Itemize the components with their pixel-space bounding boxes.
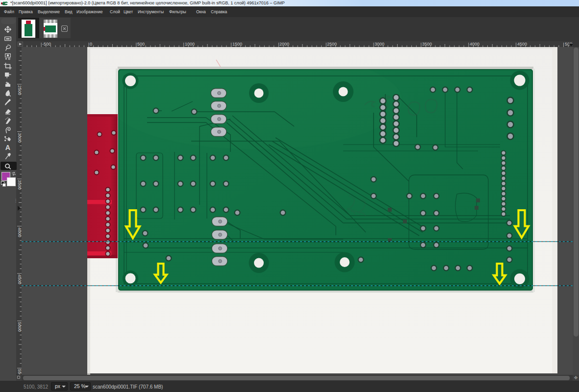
svg-text:-500: -500 <box>42 42 51 47</box>
svg-text:1000: 1000 <box>185 42 195 47</box>
svg-text:500: 500 <box>137 42 145 47</box>
svg-text:3000: 3000 <box>17 133 22 143</box>
svg-text:4000: 4000 <box>470 42 479 47</box>
svg-text:1500: 1500 <box>232 42 242 47</box>
svg-text:0: 0 <box>90 42 92 47</box>
svg-text:4500: 4500 <box>517 42 527 47</box>
svg-text:3500: 3500 <box>17 180 22 190</box>
svg-text:3000: 3000 <box>375 42 384 47</box>
svg-text:2500: 2500 <box>17 85 22 95</box>
svg-text:3500: 3500 <box>422 42 432 47</box>
svg-text:2000: 2000 <box>279 42 289 47</box>
svg-text:5500: 5500 <box>17 369 22 374</box>
svg-text:4000: 4000 <box>17 227 22 237</box>
svg-text:4500: 4500 <box>17 274 22 284</box>
svg-text:A: A <box>5 144 10 151</box>
svg-text:5000: 5000 <box>17 322 22 332</box>
svg-text:2500: 2500 <box>327 42 337 47</box>
